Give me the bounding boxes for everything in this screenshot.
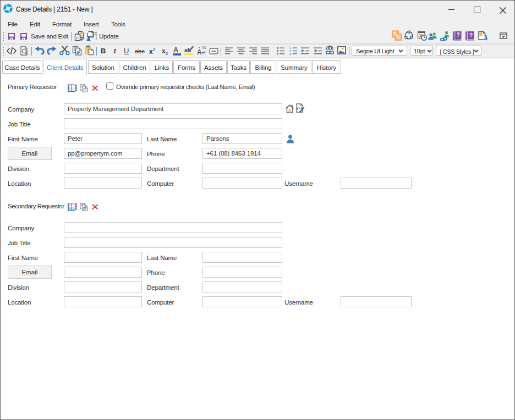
svg-text:3: 3	[289, 52, 291, 56]
svg-text:?: ?	[457, 32, 460, 38]
svg-text:?: ?	[469, 32, 473, 38]
